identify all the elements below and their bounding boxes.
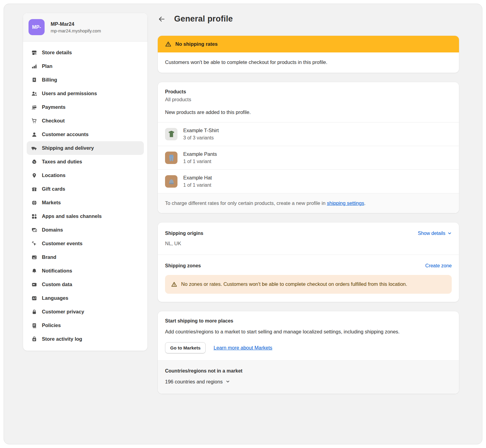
product-row: Example T-Shirt 3 of 3 variants bbox=[158, 122, 459, 146]
countries-count-disclosure[interactable]: 196 countries and regions bbox=[165, 379, 452, 385]
page-title: General profile bbox=[174, 14, 233, 24]
warning-icon bbox=[165, 41, 171, 47]
product-name: Example Hat bbox=[183, 175, 212, 181]
chevron-down-icon bbox=[447, 231, 452, 236]
main-content: General profile No shipping rates Custom… bbox=[158, 13, 459, 435]
no-shipping-rates-banner: No shipping rates Customers won't be abl… bbox=[158, 36, 459, 73]
store-avatar: MP- bbox=[29, 19, 45, 35]
locations-icon bbox=[31, 172, 37, 179]
back-button[interactable] bbox=[158, 15, 166, 23]
markets-icon bbox=[31, 200, 37, 206]
banner-header: No shipping rates bbox=[158, 36, 459, 52]
product-variants: 1 of 1 variant bbox=[183, 159, 217, 164]
store-info: MP-Mar24 mp-mar24.myshopify.com bbox=[51, 21, 101, 33]
product-row: Example Hat 1 of 1 variant bbox=[158, 169, 459, 193]
shipping-settings-link[interactable]: shipping settings bbox=[327, 200, 364, 206]
sidebar-item-checkout[interactable]: Checkout bbox=[27, 114, 144, 128]
chevron-down-icon bbox=[226, 379, 230, 384]
sidebar-item-locations[interactable]: Locations bbox=[27, 169, 144, 182]
taxes-icon bbox=[31, 159, 37, 165]
show-details-label: Show details bbox=[418, 231, 445, 236]
store-domain: mp-mar24.myshopify.com bbox=[51, 28, 101, 33]
shipping-origins-title: Shipping origins bbox=[165, 231, 203, 236]
customer-icon bbox=[31, 132, 37, 138]
go-to-markets-button[interactable]: Go to Markets bbox=[165, 342, 206, 353]
create-zone-label: Create zone bbox=[425, 263, 452, 269]
products-footer-text: To charge different rates for only certa… bbox=[165, 200, 327, 206]
learn-more-markets-link[interactable]: Learn more about Markets bbox=[214, 345, 272, 351]
sidebar-item-billing[interactable]: Billing bbox=[27, 73, 144, 87]
sidebar-item-policies[interactable]: Policies bbox=[27, 319, 144, 332]
sidebar-item-domains[interactable]: Domains bbox=[27, 223, 144, 237]
brand-icon bbox=[31, 254, 37, 260]
shipping-zones-title: Shipping zones bbox=[165, 263, 201, 269]
events-icon bbox=[31, 241, 37, 247]
shipping-origins-zones-card: Shipping origins Show details NL, UK Shi… bbox=[158, 222, 459, 302]
sidebar-item-apps-and-sales-channels[interactable]: Apps and sales channels bbox=[27, 209, 144, 223]
product-list: Example T-Shirt 3 of 3 variants Example … bbox=[158, 122, 459, 193]
lock-icon bbox=[31, 309, 37, 315]
products-header: Products All products New products are a… bbox=[158, 82, 459, 122]
products-footer-period: . bbox=[364, 200, 366, 206]
product-variants: 1 of 1 variant bbox=[183, 182, 212, 188]
pants-thumbnail bbox=[165, 152, 177, 164]
products-subtitle: All products bbox=[165, 97, 452, 102]
sidebar-item-store-activity-log[interactable]: Store activity log bbox=[27, 332, 144, 346]
activity-icon bbox=[31, 336, 37, 342]
sidebar-item-brand[interactable]: Brand bbox=[27, 250, 144, 264]
settings-menu: Store details Plan Billing Users and per… bbox=[23, 42, 147, 351]
checkout-icon bbox=[31, 118, 37, 124]
sidebar-item-plan[interactable]: Plan bbox=[27, 59, 144, 73]
sidebar-item-store-details[interactable]: Store details bbox=[27, 46, 144, 59]
countries-footer-title: Countries/regions not in a market bbox=[165, 368, 452, 374]
shipping-origins-section: Shipping origins Show details NL, UK bbox=[158, 222, 459, 255]
arrow-left-icon bbox=[158, 15, 166, 23]
no-zones-warning: No zones or rates. Customers won't be ab… bbox=[165, 275, 452, 294]
apps-icon bbox=[31, 213, 37, 219]
page-header: General profile bbox=[158, 14, 459, 24]
store-icon bbox=[31, 50, 37, 56]
markets-title: Start shipping to more places bbox=[165, 318, 452, 324]
sidebar-item-gift-cards[interactable]: Gift cards bbox=[27, 182, 144, 196]
sidebar-item-customer-accounts[interactable]: Customer accounts bbox=[27, 128, 144, 141]
markets-card: Start shipping to more places Add countr… bbox=[158, 311, 459, 394]
sidebar-item-users-and-permissions[interactable]: Users and permissions bbox=[27, 87, 144, 100]
banner-body: Customers won't be able to complete chec… bbox=[158, 52, 459, 73]
users-icon bbox=[31, 91, 37, 97]
billing-icon bbox=[31, 77, 37, 83]
countries-footer: Countries/regions not in a market 196 co… bbox=[158, 360, 459, 394]
settings-sidebar: MP- MP-Mar24 mp-mar24.myshopify.com Stor… bbox=[23, 13, 147, 351]
shipping-zones-section: Shipping zones Create zone No zones or r… bbox=[158, 255, 459, 302]
sidebar-item-customer-privacy[interactable]: Customer privacy bbox=[27, 305, 144, 319]
markets-section: Start shipping to more places Add countr… bbox=[158, 311, 459, 360]
warning-icon bbox=[171, 281, 177, 287]
no-zones-warning-text: No zones or rates. Customers won't be ab… bbox=[181, 280, 407, 288]
products-card: Products All products New products are a… bbox=[158, 82, 459, 213]
sidebar-item-notifications[interactable]: Notifications bbox=[27, 264, 144, 278]
sidebar-item-languages[interactable]: Languages bbox=[27, 291, 144, 305]
products-footer: To charge different rates for only certa… bbox=[158, 193, 459, 213]
product-row: Example Pants 1 of 1 variant bbox=[158, 146, 459, 169]
store-name: MP-Mar24 bbox=[51, 21, 101, 27]
sidebar-item-customer-events[interactable]: Customer events bbox=[27, 237, 144, 250]
settings-page: MP- MP-Mar24 mp-mar24.myshopify.com Stor… bbox=[4, 4, 482, 444]
bell-icon bbox=[31, 268, 37, 274]
product-variants: 3 of 3 variants bbox=[183, 135, 219, 141]
products-title: Products bbox=[165, 89, 452, 95]
tshirt-thumbnail bbox=[165, 128, 177, 140]
sidebar-item-payments[interactable]: Payments bbox=[27, 100, 144, 114]
products-note: New products are added to this profile. bbox=[165, 109, 452, 115]
product-name: Example T-Shirt bbox=[183, 128, 219, 133]
show-details-button[interactable]: Show details bbox=[418, 231, 452, 236]
sidebar-item-custom-data[interactable]: Custom data bbox=[27, 278, 144, 291]
payments-icon bbox=[31, 104, 37, 110]
banner-title: No shipping rates bbox=[175, 41, 218, 47]
policies-icon bbox=[31, 323, 37, 329]
countries-count-label: 196 countries and regions bbox=[165, 379, 223, 385]
create-zone-button[interactable]: Create zone bbox=[425, 263, 452, 269]
sidebar-item-taxes-and-duties[interactable]: Taxes and duties bbox=[27, 155, 144, 169]
sidebar-item-markets[interactable]: Markets bbox=[27, 196, 144, 209]
store-header: MP- MP-Mar24 mp-mar24.myshopify.com bbox=[23, 13, 147, 42]
sidebar-item-shipping-and-delivery[interactable]: Shipping and delivery bbox=[27, 141, 144, 155]
lang-icon bbox=[31, 295, 37, 301]
